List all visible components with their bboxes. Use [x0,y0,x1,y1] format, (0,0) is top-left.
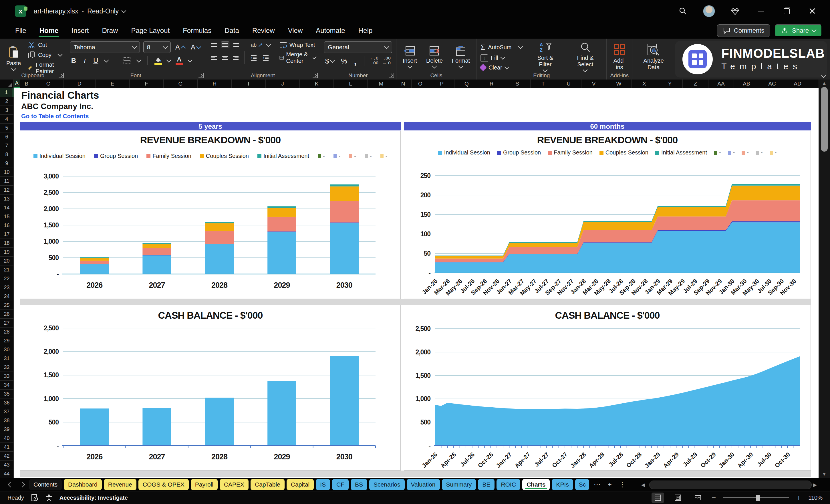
analyze-data-button[interactable]: Analyze Data [636,43,671,71]
legend-item-extra-1[interactable]: - [714,149,721,156]
legend-item-extra-2[interactable]: - [333,153,341,159]
legend-item-extra-5[interactable]: - [770,149,777,156]
worksheet[interactable]: Financial Charts ABC Company Inc. Go to … [14,88,819,478]
row-header-20[interactable]: 20 [0,257,13,265]
row-header-19[interactable]: 19 [0,248,13,257]
hscroll-right-arrow-icon[interactable]: ▶ [813,482,817,488]
sheet-tab-charts[interactable]: Charts [522,479,550,490]
legend-item-extra-5[interactable]: - [380,153,387,159]
column-header-z[interactable]: Z [683,80,708,88]
align-top-button[interactable] [210,42,218,48]
column-header-n[interactable]: N [395,80,412,88]
sheet-tab-be[interactable]: BE [478,479,494,490]
row-header-16[interactable]: 16 [0,221,13,230]
column-header-v[interactable]: V [581,80,606,88]
fill-color-chevron-icon[interactable] [166,58,171,62]
column-header-f[interactable]: F [130,80,164,88]
sheet-tab-dashboard[interactable]: Dashboard [64,479,102,490]
sheet-options-button[interactable]: ⋮ [616,480,628,489]
row-header-44[interactable]: 44 [0,469,13,478]
font-color-chevron-icon[interactable] [187,58,192,62]
row-header-33[interactable]: 33 [0,372,13,381]
autosum-button[interactable]: Σ AutoSum [480,43,522,52]
column-header-r[interactable]: R [479,80,504,88]
legend-item-extra-1[interactable]: - [318,153,325,159]
row-header-4[interactable]: 4 [0,115,13,124]
legend-item-group-session[interactable]: Group Session [497,149,541,156]
row-header-8[interactable]: 8 [0,150,13,159]
font-dialog-launcher[interactable] [198,73,204,78]
legend-item-extra-2[interactable]: - [728,149,735,156]
legend-item-group-session[interactable]: Group Session [94,153,138,159]
legend-item-family-session[interactable]: Family Session [548,149,593,156]
row-header-39[interactable]: 39 [0,425,13,434]
normal-view-button[interactable] [651,493,664,503]
column-header-g[interactable]: G [164,80,198,88]
tab-nav-right-icon[interactable] [20,482,25,487]
row-header-25[interactable]: 25 [0,301,13,310]
legend-item-couples-session[interactable]: Couples Session [600,149,648,156]
align-center-button[interactable] [221,55,229,61]
sheet-tab-roic[interactable]: ROIC [497,479,520,490]
legend-item-couples-session[interactable]: Couples Session [200,153,249,159]
font-color-button[interactable]: A [175,56,183,65]
increase-indent-button[interactable] [261,55,270,61]
alignment-dialog-launcher[interactable] [313,73,318,78]
macro-record-icon[interactable] [31,494,38,501]
sheet-tab-valuation[interactable]: Valuation [407,479,440,490]
percent-format-button[interactable]: % [340,57,348,65]
menu-tab-help[interactable]: Help [352,22,379,39]
column-header-x[interactable]: X [632,80,657,88]
sheet-tab-capital[interactable]: Capital [287,479,314,490]
tab-nav-left-icon[interactable] [8,482,13,487]
align-middle-button[interactable] [221,41,229,48]
legend-item-extra-4[interactable]: - [365,153,372,159]
accessibility-status[interactable]: Accessibility: Investigate [60,495,128,501]
find-select-button[interactable]: Find & Select [568,41,602,72]
select-all-corner[interactable] [0,80,14,88]
column-header-o[interactable]: O [412,80,429,88]
row-header-31[interactable]: 31 [0,354,13,363]
menu-tab-review[interactable]: Review [246,22,281,39]
decrease-indent-button[interactable] [249,55,258,61]
zoom-out-button[interactable]: − [711,494,716,502]
increase-font-button[interactable]: A [174,43,186,51]
legend-item-initial-assessment[interactable]: Initial Assessment [655,149,707,156]
clipboard-dialog-launcher[interactable] [59,73,64,78]
column-header-t[interactable]: T [531,80,556,88]
row-header-1[interactable]: 1 [0,88,13,97]
column-header-l[interactable]: L [334,80,368,88]
horizontal-scrollbar-thumb[interactable] [649,480,812,489]
menu-tab-view[interactable]: View [281,22,310,39]
restore-button[interactable] [781,5,792,17]
accessibility-icon[interactable] [45,494,53,501]
sheet-tab-contents[interactable]: Contents [29,479,62,490]
legend-item-extra-4[interactable]: - [756,149,763,156]
zoom-slider[interactable] [723,497,789,498]
sheet-tab-summary[interactable]: Summary [442,479,476,490]
row-header-11[interactable]: 11 [0,177,13,186]
more-sheets-button[interactable]: ⋯ [591,480,603,489]
sheet-tab-kpis[interactable]: KPIs [552,479,573,490]
orientation-chevron-icon[interactable] [266,42,271,46]
menu-tab-insert[interactable]: Insert [65,22,95,39]
row-header-36[interactable]: 36 [0,399,13,407]
sheet-tab-is[interactable]: IS [316,479,330,490]
bold-button[interactable]: B [70,57,77,65]
column-header-q[interactable]: Q [454,80,479,88]
merge-center-button[interactable]: Merge & Center [280,51,316,64]
row-header-29[interactable]: 29 [0,336,13,345]
row-header-17[interactable]: 17 [0,230,13,239]
column-header-e[interactable]: E [96,80,130,88]
column-header-d[interactable]: D [63,80,96,88]
row-header-41[interactable]: 41 [0,443,13,452]
sheet-tab-cf[interactable]: CF [332,479,349,490]
decrease-font-button[interactable]: A [190,43,202,51]
menu-tab-draw[interactable]: Draw [95,22,124,39]
comments-button[interactable]: Comments [717,24,770,37]
column-header-s[interactable]: S [504,80,531,88]
row-header-28[interactable]: 28 [0,327,13,336]
legend-item-extra-3[interactable]: - [349,153,356,159]
sort-filter-button[interactable]: AZ Sort & Filter [528,41,562,72]
underline-chevron-icon[interactable] [104,58,109,62]
